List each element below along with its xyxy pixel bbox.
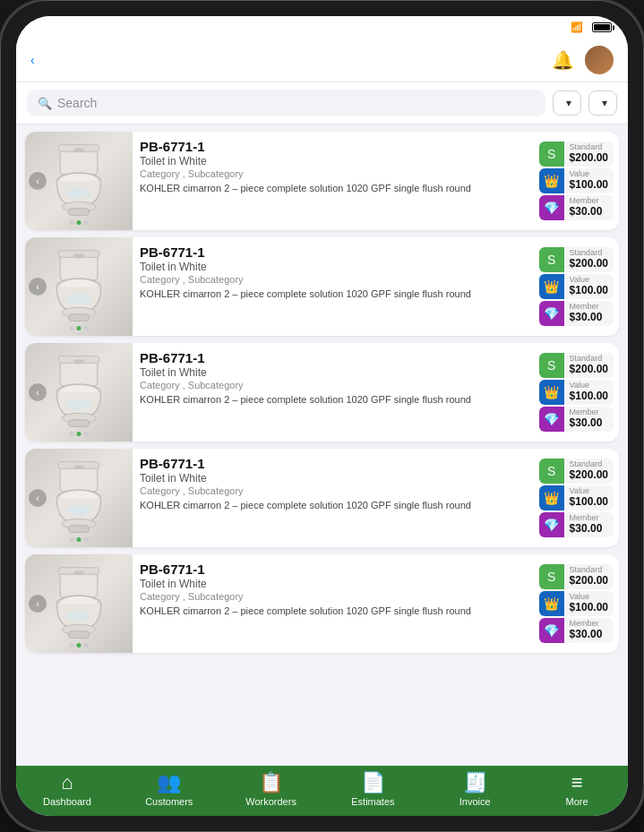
- product-card[interactable]: ‹PB-6771-1Toilet in WhiteCategory , Subc…: [25, 343, 619, 442]
- image-prev-arrow[interactable]: ‹: [29, 278, 47, 296]
- price-badge-standard[interactable]: SStandard$200.00: [539, 459, 614, 484]
- svg-rect-22: [69, 420, 90, 427]
- price-label: Member: [570, 303, 608, 311]
- image-dot: [77, 220, 82, 225]
- price-badge-value[interactable]: 👑Value$100.00: [539, 380, 614, 405]
- wifi-icon: 📶: [571, 21, 583, 33]
- avatar[interactable]: [585, 46, 614, 74]
- price-badge-standard[interactable]: SStandard$200.00: [539, 142, 614, 167]
- price-icon-blue: 👑: [539, 591, 564, 616]
- product-info: PB-6771-1Toilet in WhiteCategory , Subca…: [133, 554, 534, 653]
- status-bar: 📶: [16, 16, 628, 39]
- tab-item-invoice[interactable]: 🧾Invoice: [448, 771, 502, 807]
- price-info: Value$100.00: [564, 168, 614, 193]
- price-info: Standard$200.00: [564, 142, 614, 166]
- price-badge-member[interactable]: 💎Member$30.00: [539, 407, 614, 432]
- price-icon-green: S: [539, 564, 564, 589]
- tab-label-workorders: Workorders: [245, 796, 296, 807]
- product-card[interactable]: ‹PB-6771-1Toilet in WhiteCategory , Subc…: [25, 237, 619, 336]
- product-subtitle: Toilet in White: [140, 155, 527, 167]
- price-badge-member[interactable]: 💎Member$30.00: [539, 195, 614, 220]
- status-right: 📶: [571, 21, 612, 33]
- price-info: Value$100.00: [564, 485, 614, 510]
- image-dots: [70, 537, 89, 542]
- price-icon-green: S: [539, 247, 564, 272]
- image-prev-arrow[interactable]: ‹: [29, 595, 47, 613]
- tab-icon-customers: 👥: [157, 771, 181, 794]
- price-amount: $200.00: [570, 574, 608, 587]
- toilet-illustration: [43, 352, 115, 433]
- main-category-filter[interactable]: ▾: [553, 90, 581, 116]
- tab-label-more: More: [566, 796, 588, 807]
- price-amount: $30.00: [570, 205, 608, 218]
- price-column: SStandard$200.00👑Value$100.00💎Member$30.…: [534, 449, 619, 547]
- product-image-wrap: ‹: [25, 554, 133, 653]
- product-description: KOHLER cimarron 2 – piece complete solut…: [140, 605, 527, 618]
- price-info: Value$100.00: [564, 274, 614, 298]
- price-label: Value: [570, 487, 608, 495]
- back-button[interactable]: ‹: [30, 53, 35, 67]
- image-prev-arrow[interactable]: ‹: [29, 383, 47, 401]
- tab-item-more[interactable]: ≡More: [550, 771, 604, 807]
- price-badge-member[interactable]: 💎Member$30.00: [539, 618, 614, 643]
- price-badge-member[interactable]: 💎Member$30.00: [539, 512, 614, 537]
- image-dot: [77, 326, 82, 330]
- tab-item-customers[interactable]: 👥Customers: [142, 771, 196, 807]
- product-description: KOHLER cimarron 2 – piece complete solut…: [140, 499, 527, 512]
- product-info: PB-6771-1Toilet in WhiteCategory , Subca…: [133, 343, 534, 442]
- bell-icon[interactable]: 🔔: [552, 49, 574, 71]
- price-amount: $100.00: [570, 284, 608, 296]
- image-dots: [70, 220, 89, 225]
- price-amount: $100.00: [570, 178, 608, 191]
- price-column: SStandard$200.00👑Value$100.00💎Member$30.…: [534, 343, 619, 442]
- product-category: Category , Subcategory: [140, 380, 527, 390]
- price-badge-standard[interactable]: SStandard$200.00: [539, 564, 614, 589]
- product-info: PB-6771-1Toilet in WhiteCategory , Subca…: [133, 237, 534, 336]
- product-list: ‹PB-6771-1Toilet in WhiteCategory , Subc…: [16, 124, 628, 766]
- price-amount: $100.00: [570, 495, 608, 508]
- product-card[interactable]: ‹PB-6771-1Toilet in WhiteCategory , Subc…: [25, 132, 619, 230]
- price-badge-standard[interactable]: SStandard$200.00: [539, 353, 614, 378]
- price-label: Standard: [570, 460, 608, 468]
- svg-point-23: [67, 399, 91, 409]
- tab-icon-estimates: 📄: [361, 771, 385, 794]
- sub-category-filter[interactable]: ▾: [588, 90, 617, 116]
- product-subtitle: Toilet in White: [140, 366, 527, 379]
- price-label: Member: [570, 620, 608, 628]
- price-amount: $200.00: [570, 363, 608, 375]
- svg-point-15: [67, 294, 91, 304]
- price-badge-value[interactable]: 👑Value$100.00: [539, 168, 614, 193]
- product-card[interactable]: ‹PB-6771-1Toilet in WhiteCategory , Subc…: [25, 449, 619, 547]
- price-badge-value[interactable]: 👑Value$100.00: [539, 274, 614, 299]
- tab-item-workorders[interactable]: 📋Workorders: [245, 771, 298, 807]
- product-image-wrap: ‹: [25, 132, 133, 230]
- image-dot: [70, 432, 74, 436]
- price-badge-member[interactable]: 💎Member$30.00: [539, 301, 614, 326]
- image-dot: [84, 432, 89, 436]
- price-info: Value$100.00: [564, 591, 614, 615]
- product-card[interactable]: ‹PB-6771-1Toilet in WhiteCategory , Subc…: [25, 554, 619, 653]
- product-code: PB-6771-1: [140, 562, 527, 577]
- product-code: PB-6771-1: [140, 139, 527, 154]
- image-prev-arrow[interactable]: ‹: [29, 172, 47, 190]
- product-description: KOHLER cimarron 2 – piece complete solut…: [140, 287, 527, 301]
- search-input[interactable]: [57, 96, 535, 110]
- price-badge-value[interactable]: 👑Value$100.00: [539, 591, 614, 616]
- price-amount: $30.00: [570, 416, 608, 429]
- product-image-wrap: ‹: [25, 343, 133, 442]
- price-badge-value[interactable]: 👑Value$100.00: [539, 485, 614, 510]
- image-dot: [77, 432, 82, 436]
- svg-rect-26: [73, 466, 83, 470]
- price-info: Standard$200.00: [564, 564, 614, 588]
- image-dot: [70, 220, 74, 225]
- product-image-wrap: ‹: [25, 449, 133, 547]
- tab-item-estimates[interactable]: 📄Estimates: [346, 771, 399, 807]
- price-icon-blue: 👑: [539, 274, 564, 299]
- image-dot: [77, 643, 82, 648]
- image-prev-arrow[interactable]: ‹: [29, 489, 47, 507]
- price-icon-blue: 👑: [539, 168, 564, 193]
- price-badge-standard[interactable]: SStandard$200.00: [539, 247, 614, 272]
- tab-item-dashboard[interactable]: ⌂Dashboard: [40, 771, 94, 807]
- tab-label-invoice: Invoice: [459, 796, 491, 807]
- image-dot: [70, 643, 74, 648]
